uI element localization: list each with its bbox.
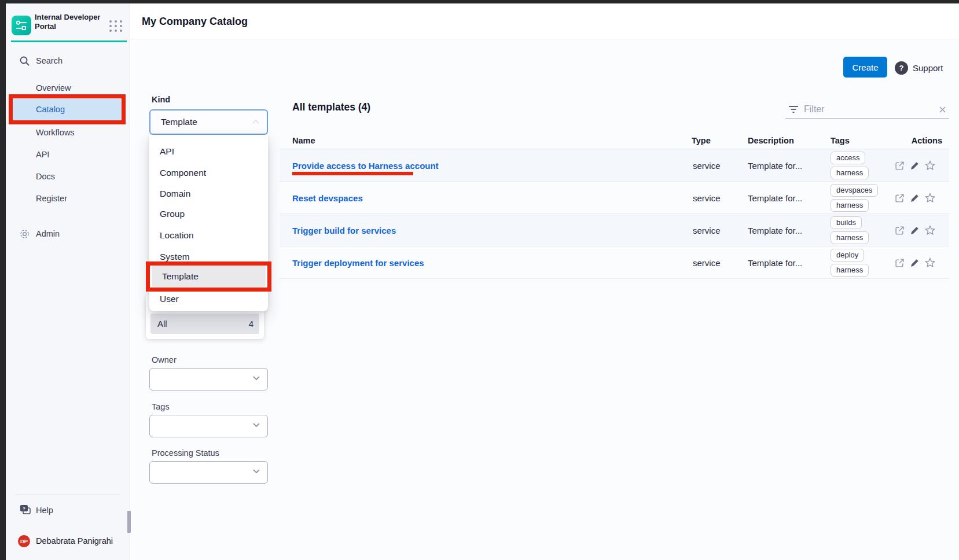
sidebar-item-search[interactable]: Search — [6, 52, 130, 69]
create-button[interactable]: Create — [843, 57, 887, 78]
sidebar-item-catalog[interactable]: Catalog — [9, 94, 126, 124]
help-label: Help — [36, 506, 53, 515]
chevron-down-icon — [252, 375, 260, 381]
app-title: Internal Developer Portal — [35, 13, 105, 31]
user-name: Debabrata Panigrahi — [36, 536, 113, 546]
description-value: Template for... — [748, 246, 802, 279]
kind-select-value: Template — [161, 117, 197, 127]
row-actions — [895, 182, 943, 214]
edit-pencil-icon[interactable] — [910, 258, 920, 268]
table-row: Provide access to Harness account servic… — [280, 149, 949, 182]
search-label: Search — [36, 56, 63, 65]
col-actions: Actions — [912, 136, 942, 145]
type-value: service — [693, 149, 721, 182]
list-filter-all[interactable]: All 4 — [150, 314, 259, 334]
svg-text:?: ? — [23, 506, 25, 511]
sidebar-item-workflows[interactable]: Workflows — [6, 123, 130, 142]
edit-pencil-icon[interactable] — [910, 161, 920, 171]
gear-icon — [19, 229, 30, 240]
sidebar: Internal Developer Portal Search Overvie… — [6, 3, 130, 560]
chevron-up-icon — [252, 119, 260, 124]
description-value: Template for... — [748, 214, 802, 246]
table-row: Reset devspaces service Template for... … — [280, 182, 949, 214]
table-header-row: Name Type Description Tags Actions — [280, 133, 949, 149]
type-value: service — [693, 214, 721, 246]
kind-label: Kind — [152, 95, 170, 104]
page-title: My Company Catalog — [142, 16, 248, 28]
kind-option-group[interactable]: Group — [149, 204, 268, 224]
kind-option-template-selected[interactable]: Template — [152, 266, 266, 287]
row-actions — [895, 149, 943, 182]
nav-label: Overview — [36, 83, 71, 93]
circuit-logo-icon — [14, 19, 28, 32]
sidebar-user[interactable]: DP Debabrata Panigrahi — [6, 532, 130, 550]
template-link[interactable]: Reset devspaces — [292, 193, 363, 203]
col-description: Description — [748, 136, 794, 145]
open-external-icon[interactable] — [895, 193, 905, 203]
sidebar-item-api[interactable]: API — [6, 145, 130, 164]
all-count: 4 — [249, 319, 253, 329]
kind-option-location[interactable]: Location — [149, 225, 268, 246]
chevron-down-icon — [252, 422, 260, 428]
tag-chip: builds — [831, 216, 862, 229]
sidebar-item-admin[interactable]: Admin — [6, 225, 130, 242]
window-left-edge — [0, 0, 6, 560]
processing-status-label: Processing Status — [152, 448, 219, 458]
row-actions — [895, 214, 943, 246]
edit-pencil-icon[interactable] — [910, 193, 920, 203]
tag-chip: harness — [831, 231, 869, 244]
table-row: Trigger deployment for services service … — [280, 246, 949, 279]
description-value: Template for... — [748, 149, 802, 182]
search-icon — [19, 56, 30, 67]
nav-label: Docs — [36, 172, 55, 181]
row-actions — [895, 246, 943, 279]
filter-icon — [788, 105, 799, 114]
kind-dropdown-menu: API Component Domain Group Location Syst… — [149, 135, 268, 311]
user-avatar: DP — [18, 535, 30, 547]
admin-label: Admin — [36, 229, 60, 238]
tag-chip: harness — [831, 264, 869, 277]
star-icon[interactable] — [925, 160, 935, 171]
tag-chip: harness — [831, 167, 869, 179]
star-icon[interactable] — [925, 193, 935, 203]
tag-chip: deploy — [831, 249, 864, 261]
edit-pencil-icon[interactable] — [910, 226, 920, 235]
table-filter-bar — [785, 101, 949, 119]
template-link[interactable]: Trigger deployment for services — [292, 258, 424, 268]
open-external-icon[interactable] — [895, 258, 905, 268]
nav-label: API — [36, 150, 49, 159]
all-label: All — [157, 319, 167, 329]
kind-select[interactable]: Template — [149, 109, 268, 135]
tags-select[interactable] — [149, 415, 268, 437]
template-link[interactable]: Provide access to Harness account — [292, 161, 439, 171]
kind-option-system[interactable]: System — [149, 246, 268, 267]
clear-filter-icon[interactable] — [938, 105, 947, 114]
kind-option-domain[interactable]: Domain — [149, 183, 268, 204]
apps-grid-icon[interactable] — [108, 19, 123, 33]
type-value: service — [693, 182, 721, 214]
tag-chip: devspaces — [831, 184, 878, 197]
support-link[interactable]: Support — [913, 63, 943, 73]
star-icon[interactable] — [925, 257, 935, 268]
kind-option-user[interactable]: User — [149, 289, 268, 310]
brand-divider — [11, 40, 127, 42]
app-logo — [12, 16, 31, 35]
table-title: All templates (4) — [292, 101, 370, 113]
open-external-icon[interactable] — [895, 161, 905, 171]
open-external-icon[interactable] — [895, 226, 905, 235]
star-icon[interactable] — [925, 225, 935, 235]
table-filter-input[interactable] — [804, 104, 934, 115]
processing-status-select[interactable] — [149, 461, 268, 484]
sidebar-item-register[interactable]: Register — [6, 189, 130, 208]
kind-option-api[interactable]: API — [149, 141, 268, 162]
owner-select[interactable] — [149, 368, 268, 390]
sidebar-item-help[interactable]: ? Help — [6, 502, 130, 519]
sidebar-item-docs[interactable]: Docs — [6, 167, 130, 186]
kind-option-component[interactable]: Component — [149, 163, 268, 183]
support-help-icon[interactable]: ? — [895, 61, 908, 75]
owner-label: Owner — [152, 355, 177, 364]
tags-filter-label: Tags — [152, 402, 170, 411]
col-type: Type — [692, 136, 711, 145]
page-header — [130, 3, 959, 39]
template-link[interactable]: Trigger build for services — [292, 226, 396, 235]
